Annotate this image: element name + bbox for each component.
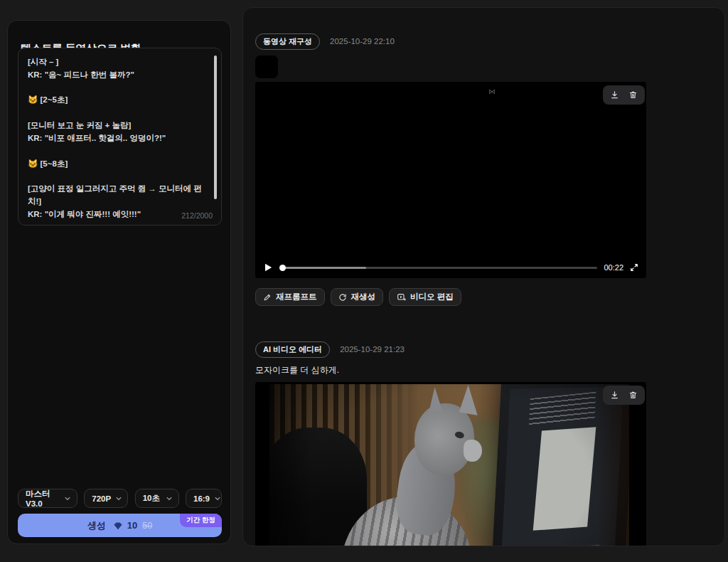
- limited-time-badge: 기간 한정: [180, 514, 222, 527]
- player-controls: 00:22: [263, 262, 638, 273]
- credit-original-cost: 50: [142, 521, 152, 531]
- prompt-text: [시작 – ] KR: "음~ 피드나 한번 볼까?" 🐱 [2~5초] [모니…: [28, 56, 207, 226]
- model-select[interactable]: 마스터 V3.0: [18, 489, 77, 508]
- credit-cost: 10: [127, 520, 137, 531]
- video-player[interactable]: [255, 382, 646, 546]
- duration-select[interactable]: 10초: [135, 489, 179, 508]
- fullscreen-icon[interactable]: [630, 263, 638, 272]
- video-frame-cat-at-computer: [269, 384, 629, 546]
- resolution-select[interactable]: 720P: [84, 489, 128, 508]
- refresh-icon: [338, 293, 347, 302]
- generate-label: 생성: [87, 519, 106, 532]
- model-select-value: 마스터 V3.0: [26, 489, 60, 508]
- history-panel: 동영상 재구성 2025-10-29 22:10 ⋈ 00:22: [242, 7, 725, 546]
- progress-bar[interactable]: [284, 267, 597, 269]
- prompt-textarea[interactable]: [시작 – ] KR: "음~ 피드나 한번 볼까?" 🐱 [2~5초] [모니…: [18, 48, 222, 226]
- trash-icon[interactable]: [628, 90, 638, 100]
- pencil-icon: [263, 293, 272, 302]
- textarea-scrollbar[interactable]: [214, 55, 217, 199]
- scrubber-handle[interactable]: [279, 265, 286, 271]
- text-to-video-panel: 텍스트를 동영상으로 변환 [시작 – ] KR: "음~ 피드나 한번 볼까?…: [7, 20, 231, 544]
- task-type-badge: AI 비디오 에디터: [255, 341, 330, 358]
- download-icon[interactable]: [610, 391, 619, 400]
- media-actions-group: [603, 85, 645, 105]
- task-type-badge: 동영상 재구성: [255, 33, 320, 50]
- reprompt-button[interactable]: 재프롬프트: [255, 288, 325, 306]
- video-edit-label: 비디오 편집: [410, 292, 454, 302]
- media-actions-group: [603, 386, 645, 405]
- timestamp: 2025-10-29 21:23: [340, 345, 405, 354]
- regenerate-button[interactable]: 재생성: [331, 288, 384, 306]
- user-prompt-text: 모자이크를 더 심하게.: [255, 364, 646, 376]
- credit-gem-icon: [114, 521, 122, 530]
- char-counter: 212/2000: [181, 211, 213, 220]
- video-watermark-icon: ⋈: [488, 88, 496, 95]
- chevron-down-icon: [214, 495, 221, 502]
- video-actions-row: 재프롬프트 재생성 비디오 편집: [255, 288, 646, 306]
- trash-icon[interactable]: [628, 391, 638, 400]
- chevron-down-icon: [115, 495, 122, 502]
- video-duration: 00:22: [604, 263, 623, 272]
- chevron-down-icon: [166, 495, 173, 502]
- timestamp: 2025-10-29 22:10: [330, 37, 395, 46]
- generate-button[interactable]: 생성 10 50 기간 한정: [18, 514, 222, 537]
- play-icon[interactable]: [263, 263, 273, 272]
- duration-select-value: 10초: [143, 493, 160, 504]
- generation-options-row: 마스터 V3.0 720P 10초 16:9: [18, 489, 222, 508]
- regenerate-label: 재생성: [351, 292, 376, 302]
- download-icon[interactable]: [610, 90, 619, 100]
- video-player[interactable]: ⋈ 00:22: [255, 82, 646, 278]
- aspect-ratio-select-value: 16:9: [193, 494, 210, 503]
- buffered-segment: [284, 267, 366, 269]
- aspect-ratio-select[interactable]: 16:9: [186, 489, 222, 508]
- source-image-thumbnail[interactable]: [255, 55, 278, 78]
- message-header: 동영상 재구성 2025-10-29 22:10: [255, 33, 646, 49]
- chevron-down-icon: [64, 495, 71, 502]
- message-header: AI 비디오 에디터 2025-10-29 21:23: [255, 341, 646, 357]
- video-edit-icon: [397, 292, 406, 302]
- reprompt-label: 재프롬프트: [276, 292, 317, 302]
- video-edit-button[interactable]: 비디오 편집: [389, 288, 461, 306]
- resolution-select-value: 720P: [92, 494, 111, 503]
